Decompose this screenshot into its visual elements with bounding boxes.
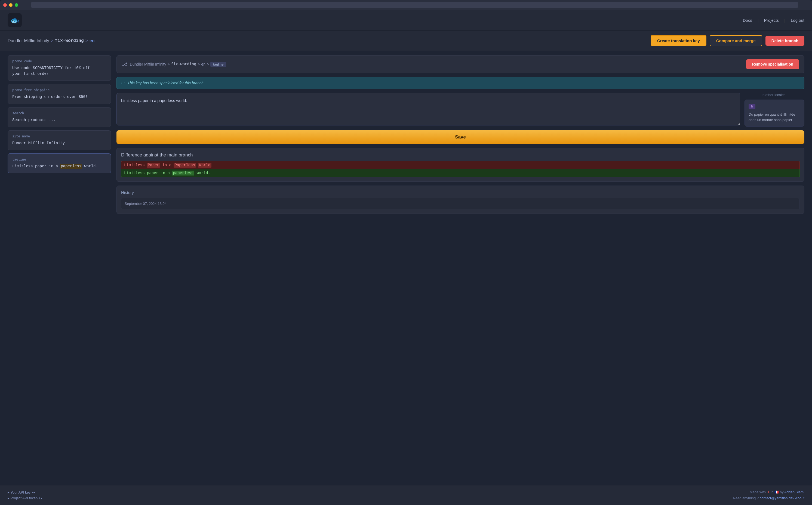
breadcrumb-project: Dundler Mifflin Infinity <box>8 38 49 43</box>
key-name: search <box>12 111 107 115</box>
right-panel: ⎇ Dundler Mifflin Infinity > fix-wording… <box>117 55 804 481</box>
right-header: ⎇ Dundler Mifflin Infinity > fix-wording… <box>117 55 804 73</box>
list-item[interactable]: promo.free_shipping Free shipping on ord… <box>8 84 111 104</box>
in-text: in <box>771 490 773 494</box>
history-section: History September 07, 2024 18:04 <box>117 186 804 214</box>
specialisation-notice: ! ; This key has been specialised for th… <box>117 77 804 89</box>
diff-added-prefix: Limitless paper in a <box>124 171 172 175</box>
maximize-button[interactable] <box>15 3 18 7</box>
heart-icon: ✦ <box>767 490 771 494</box>
diff-section: Difference against the main branch Limit… <box>117 148 804 182</box>
value-highlight: paperless <box>60 164 82 169</box>
editor-area: Limitless paper in a paperless world. <box>117 93 740 127</box>
right-breadcrumb-locale: en <box>201 62 205 66</box>
logo-icon: 🐟 <box>10 16 20 25</box>
main-content: promo.code Use code SCRANTONICITY for 10… <box>0 51 812 485</box>
footer-right: Made with ✦ in 🇫🇷 by Adrien Siami Need a… <box>733 489 804 501</box>
right-breadcrumb-project: Dundler Mifflin Infinity <box>130 62 166 66</box>
editor-row: Limitless paper in a paperless world. In… <box>117 93 804 127</box>
right-breadcrumb-branch: fix-wording <box>171 62 196 66</box>
nav-separator: | <box>758 18 759 23</box>
flag-icon: 🇫🇷 <box>775 490 780 494</box>
nav-links: Docs | Projects | Log out <box>743 18 804 23</box>
contact-link[interactable]: contact@yamlfish.dev <box>760 496 794 500</box>
translation-input[interactable]: Limitless paper in a paperless world. <box>117 93 740 126</box>
right-breadcrumb: ⎇ Dundler Mifflin Infinity > fix-wording… <box>122 61 226 67</box>
footer-left: ▸ Your API key 🗝 ▸ Project API token 🗝 <box>8 490 42 500</box>
value-suffix: world. <box>82 164 98 168</box>
list-item[interactable]: site_name Dunder Mifflin Infinity <box>8 130 111 150</box>
save-button[interactable]: Save <box>117 130 804 144</box>
diff-added-word-paperless: paperless <box>172 171 194 175</box>
key-value: Limitless paper in a paperless world. <box>12 164 107 169</box>
history-item: September 07, 2024 18:04 <box>121 198 800 209</box>
project-token-link[interactable]: ▸ Project API token 🗝 <box>8 496 42 500</box>
breadcrumb: Dundler Mifflin Infinity > fix-wording >… <box>8 38 95 43</box>
actions-bar: Dundler Mifflin Infinity > fix-wording >… <box>0 31 812 51</box>
logo[interactable]: 🐟 <box>8 13 22 27</box>
made-with-text: Made with <box>750 490 766 494</box>
title-bar <box>0 0 812 10</box>
nav-separator-2: | <box>784 18 785 23</box>
url-bar[interactable] <box>31 2 798 8</box>
close-button[interactable] <box>3 3 7 7</box>
right-breadcrumb-key: tagline <box>210 62 226 67</box>
list-item[interactable]: search Search products ... <box>8 107 111 127</box>
key-name: site_name <box>12 134 107 138</box>
footer: ▸ Your API key 🗝 ▸ Project API token 🗝 M… <box>0 485 812 505</box>
key-name: promo.free_shipping <box>12 88 107 92</box>
diff-title: Difference against the main branch <box>121 152 800 158</box>
right-breadcrumb-sep3: > <box>207 62 209 66</box>
key-value: Use code SCRANTONICITY for 10% offyour f… <box>12 65 107 77</box>
locale-card: fr Du papier en quantité illimitée dans … <box>745 100 804 127</box>
key-value: Free shipping on orders over $50! <box>12 94 107 100</box>
notice-text: This key has been specialised for this b… <box>127 81 203 85</box>
branch-icon: ⎇ <box>122 61 127 67</box>
list-item-active[interactable]: tagline Limitless paper in a paperless w… <box>8 153 111 173</box>
projects-link[interactable]: Projects <box>764 18 779 23</box>
breadcrumb-sep1: > <box>51 38 53 43</box>
footer-contact: Need anything ? contact@yamlfish.dev Abo… <box>733 495 804 501</box>
other-locales-panel: In other locales : fr Du papier en quant… <box>745 93 804 127</box>
diff-removed-prefix: Limitless <box>124 163 147 167</box>
diff-added-suffix: world. <box>194 171 210 175</box>
footer-credits: Made with ✦ in 🇫🇷 by Adrien Siami <box>733 489 804 495</box>
notice-icon: ! ; <box>121 80 125 86</box>
author-link[interactable]: Adrien Siami <box>784 490 804 494</box>
locale-text: Du papier en quantité illimitée dans un … <box>749 112 800 123</box>
key-name: promo.code <box>12 59 107 63</box>
key-value: Search products ... <box>12 117 107 123</box>
remove-specialisation-button[interactable]: Remove specialisation <box>746 59 799 69</box>
by-text: by <box>780 490 784 494</box>
key-name: tagline <box>12 158 107 161</box>
diff-removed-mid: in a <box>160 163 174 167</box>
about-link[interactable]: About <box>795 496 804 500</box>
minimize-button[interactable] <box>9 3 12 7</box>
right-breadcrumb-sep2: > <box>197 62 200 66</box>
key-list: promo.code Use code SCRANTONICITY for 10… <box>8 55 111 481</box>
api-key-link[interactable]: ▸ Your API key 🗝 <box>8 490 42 494</box>
history-title: History <box>121 190 800 195</box>
key-value: Dunder Mifflin Infinity <box>12 140 107 146</box>
other-locales-label: In other locales : <box>745 93 804 97</box>
create-translation-key-button[interactable]: Create translation key <box>651 35 706 46</box>
header: 🐟 Docs | Projects | Log out <box>0 10 812 31</box>
action-buttons: Create translation key Compare and merge… <box>651 35 804 46</box>
diff-removed-word-paperless: Paperless <box>174 163 196 168</box>
locale-badge: fr <box>749 104 756 109</box>
delete-branch-button[interactable]: Delete branch <box>766 36 804 46</box>
diff-added-line: Limitless paper in a paperless world. <box>121 169 800 177</box>
compare-and-merge-button[interactable]: Compare and merge <box>710 35 762 46</box>
breadcrumb-branch[interactable]: fix-wording <box>55 38 84 43</box>
right-breadcrumb-sep1: > <box>168 62 170 66</box>
diff-removed-word-world: World <box>198 163 211 168</box>
breadcrumb-locale[interactable]: en <box>90 38 95 43</box>
need-anything-text: Need anything ? <box>733 496 759 500</box>
list-item[interactable]: promo.code Use code SCRANTONICITY for 10… <box>8 55 111 81</box>
breadcrumb-sep2: > <box>86 38 88 43</box>
diff-removed-word-paper: Paper <box>147 163 160 168</box>
diff-removed-line: Limitless Paper in a Paperless World <box>121 161 800 169</box>
docs-link[interactable]: Docs <box>743 18 752 23</box>
value-prefix: Limitless paper in a <box>12 164 60 168</box>
logout-link[interactable]: Log out <box>791 18 804 23</box>
